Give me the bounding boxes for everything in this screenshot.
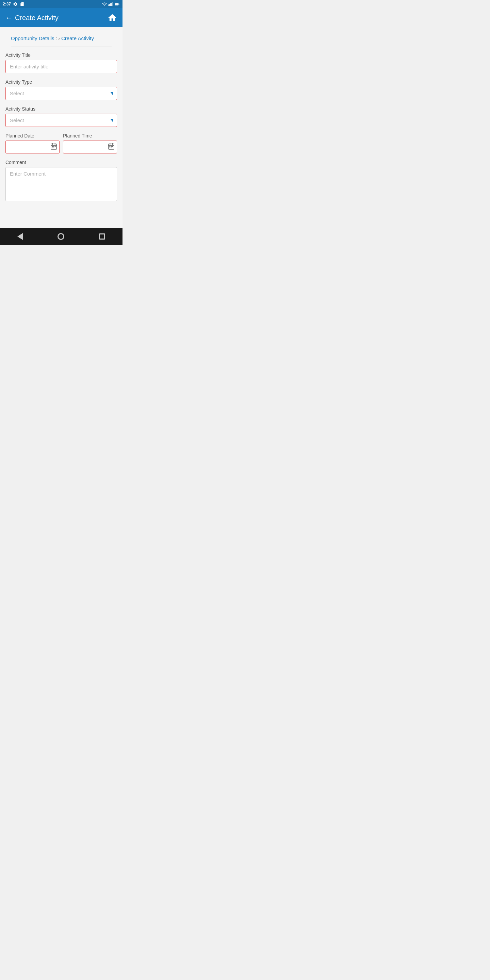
- nav-recents-button[interactable]: [99, 234, 105, 240]
- activity-type-label: Activity Type: [5, 79, 117, 85]
- svg-rect-6: [119, 4, 119, 5]
- nav-home-button[interactable]: [57, 233, 64, 240]
- signal-icon: [108, 2, 113, 6]
- planned-time-field: Planned Time 02:37 PM: [63, 133, 117, 153]
- svg-rect-3: [111, 3, 111, 6]
- breadcrumb-current: Create Activity: [61, 35, 94, 41]
- home-icon[interactable]: [108, 13, 117, 22]
- activity-status-group: Activity Status Select: [5, 106, 117, 127]
- comment-label: Comment: [5, 159, 117, 165]
- date-time-row: Planned Date 03/10/2019: [5, 133, 117, 153]
- svg-rect-0: [108, 5, 109, 6]
- status-bar-left: 2:37: [3, 2, 24, 6]
- planned-time-input[interactable]: 02:37 PM: [63, 140, 117, 153]
- activity-title-group: Activity Title: [5, 52, 117, 73]
- svg-rect-2: [110, 3, 111, 6]
- planned-date-label: Planned Date: [5, 133, 60, 138]
- header-left: ← Create Activity: [5, 14, 59, 22]
- planned-time-input-wrapper: 02:37 PM: [63, 140, 117, 153]
- planned-date-input-wrapper: 03/10/2019: [5, 140, 60, 153]
- status-bar: 2:37: [0, 0, 123, 8]
- sd-card-icon: [20, 2, 24, 6]
- settings-icon: [13, 2, 18, 6]
- activity-status-label: Activity Status: [5, 106, 117, 111]
- breadcrumb-link-opportunity[interactable]: Opportunity Details: [11, 35, 54, 41]
- app-header: ← Create Activity: [0, 8, 123, 27]
- svg-rect-4: [112, 2, 113, 6]
- bottom-nav: [0, 228, 123, 245]
- planned-date-input[interactable]: 03/10/2019: [5, 140, 60, 153]
- svg-rect-1: [109, 4, 110, 6]
- activity-type-group: Activity Type Select: [5, 79, 117, 100]
- activity-type-select[interactable]: Select: [5, 87, 117, 100]
- time-display: 2:37: [3, 2, 11, 6]
- breadcrumb-separator: : ›: [56, 36, 60, 41]
- comment-group: Comment: [5, 159, 117, 202]
- form-content: Activity Title Activity Type Select Acti…: [0, 47, 123, 223]
- activity-status-select[interactable]: Select: [5, 114, 117, 127]
- planned-date-field: Planned Date 03/10/2019: [5, 133, 60, 153]
- wifi-icon: [102, 2, 107, 6]
- activity-type-select-wrapper: Select: [5, 87, 117, 100]
- activity-status-select-wrapper: Select: [5, 114, 117, 127]
- status-bar-right: [102, 2, 120, 6]
- battery-icon: [115, 2, 120, 6]
- back-button[interactable]: ←: [5, 14, 12, 22]
- nav-back-button[interactable]: [18, 233, 23, 240]
- activity-title-input[interactable]: [5, 60, 117, 73]
- header-title: Create Activity: [15, 14, 59, 22]
- activity-title-label: Activity Title: [5, 52, 117, 58]
- planned-time-label: Planned Time: [63, 133, 117, 138]
- comment-textarea[interactable]: [5, 167, 117, 201]
- breadcrumb: Opportunity Details : › Create Activity: [5, 31, 117, 44]
